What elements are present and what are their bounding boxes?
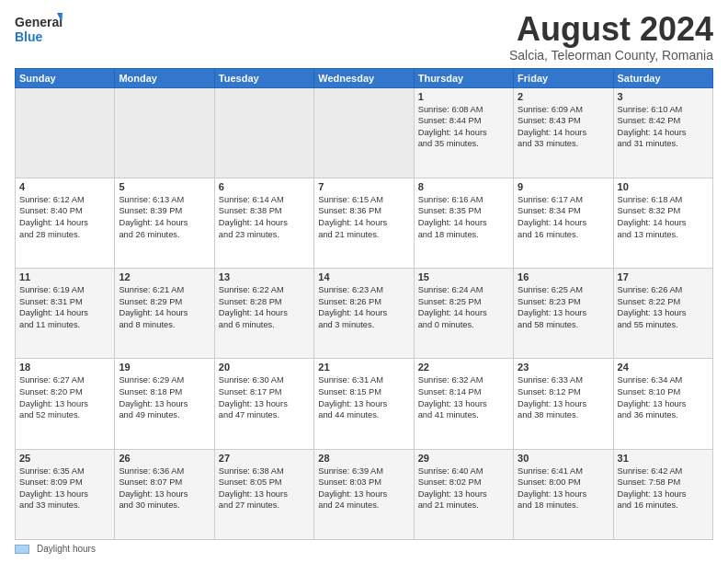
day-info: Sunrise: 6:24 AM Sunset: 8:25 PM Dayligh… [418, 284, 509, 330]
header: General Blue August 2024 Salcia, Teleorm… [15, 11, 713, 63]
day-info: Sunrise: 6:22 AM Sunset: 8:28 PM Dayligh… [219, 284, 310, 330]
day-number: 11 [19, 271, 110, 282]
day-number: 26 [119, 453, 210, 464]
calendar-cell: 2Sunrise: 6:09 AM Sunset: 8:43 PM Daylig… [514, 87, 613, 178]
calendar-cell: 31Sunrise: 6:42 AM Sunset: 7:58 PM Dayli… [613, 449, 712, 539]
day-info: Sunrise: 6:18 AM Sunset: 8:32 PM Dayligh… [618, 194, 709, 240]
col-saturday: Saturday [613, 68, 712, 87]
col-friday: Friday [514, 68, 613, 87]
calendar-cell: 7Sunrise: 6:15 AM Sunset: 8:36 PM Daylig… [314, 178, 414, 268]
day-info: Sunrise: 6:31 AM Sunset: 8:15 PM Dayligh… [318, 374, 409, 420]
col-monday: Monday [115, 68, 214, 87]
calendar-cell: 18Sunrise: 6:27 AM Sunset: 8:20 PM Dayli… [16, 359, 115, 449]
calendar-cell: 21Sunrise: 6:31 AM Sunset: 8:15 PM Dayli… [314, 359, 414, 449]
day-number: 1 [418, 91, 509, 102]
calendar-cell: 12Sunrise: 6:21 AM Sunset: 8:29 PM Dayli… [115, 269, 214, 359]
page: General Blue August 2024 Salcia, Teleorm… [0, 0, 728, 563]
day-number: 22 [418, 362, 509, 373]
col-thursday: Thursday [414, 68, 513, 87]
day-info: Sunrise: 6:17 AM Sunset: 8:34 PM Dayligh… [518, 194, 609, 240]
calendar-cell: 16Sunrise: 6:25 AM Sunset: 8:23 PM Dayli… [514, 269, 613, 359]
calendar-cell [314, 87, 414, 178]
day-number: 13 [219, 271, 310, 282]
calendar-cell: 30Sunrise: 6:41 AM Sunset: 8:00 PM Dayli… [514, 449, 613, 539]
calendar-cell: 24Sunrise: 6:34 AM Sunset: 8:10 PM Dayli… [613, 359, 712, 449]
calendar-cell: 27Sunrise: 6:38 AM Sunset: 8:05 PM Dayli… [214, 449, 313, 539]
calendar-cell: 23Sunrise: 6:33 AM Sunset: 8:12 PM Dayli… [514, 359, 613, 449]
day-number: 14 [318, 271, 409, 282]
day-info: Sunrise: 6:34 AM Sunset: 8:10 PM Dayligh… [618, 374, 709, 420]
calendar-cell: 20Sunrise: 6:30 AM Sunset: 8:17 PM Dayli… [214, 359, 313, 449]
calendar-row: 4Sunrise: 6:12 AM Sunset: 8:40 PM Daylig… [16, 178, 713, 268]
day-info: Sunrise: 6:08 AM Sunset: 8:44 PM Dayligh… [418, 104, 509, 150]
day-number: 10 [618, 181, 709, 192]
day-number: 2 [518, 91, 609, 102]
calendar-cell: 10Sunrise: 6:18 AM Sunset: 8:32 PM Dayli… [613, 178, 712, 268]
calendar-cell: 11Sunrise: 6:19 AM Sunset: 8:31 PM Dayli… [16, 269, 115, 359]
day-info: Sunrise: 6:27 AM Sunset: 8:20 PM Dayligh… [19, 374, 110, 420]
day-info: Sunrise: 6:38 AM Sunset: 8:05 PM Dayligh… [219, 465, 310, 511]
day-number: 31 [618, 453, 709, 464]
day-number: 27 [219, 453, 310, 464]
calendar-cell: 3Sunrise: 6:10 AM Sunset: 8:42 PM Daylig… [613, 87, 712, 178]
day-info: Sunrise: 6:16 AM Sunset: 8:35 PM Dayligh… [418, 194, 509, 240]
calendar-row: 18Sunrise: 6:27 AM Sunset: 8:20 PM Dayli… [16, 359, 713, 449]
day-info: Sunrise: 6:35 AM Sunset: 8:09 PM Dayligh… [19, 465, 110, 511]
calendar-cell: 4Sunrise: 6:12 AM Sunset: 8:40 PM Daylig… [16, 178, 115, 268]
calendar-row: 11Sunrise: 6:19 AM Sunset: 8:31 PM Dayli… [16, 269, 713, 359]
day-info: Sunrise: 6:10 AM Sunset: 8:42 PM Dayligh… [618, 104, 709, 150]
calendar-cell: 5Sunrise: 6:13 AM Sunset: 8:39 PM Daylig… [115, 178, 214, 268]
svg-text:General: General [15, 15, 63, 29]
logo: General Blue [15, 11, 63, 48]
day-number: 21 [318, 362, 409, 373]
day-number: 18 [19, 362, 110, 373]
calendar-cell: 25Sunrise: 6:35 AM Sunset: 8:09 PM Dayli… [16, 449, 115, 539]
logo-svg: General Blue [15, 11, 63, 48]
calendar-cell: 29Sunrise: 6:40 AM Sunset: 8:02 PM Dayli… [414, 449, 513, 539]
day-info: Sunrise: 6:12 AM Sunset: 8:40 PM Dayligh… [19, 194, 110, 240]
day-number: 28 [318, 453, 409, 464]
day-info: Sunrise: 6:36 AM Sunset: 8:07 PM Dayligh… [119, 465, 210, 511]
day-info: Sunrise: 6:19 AM Sunset: 8:31 PM Dayligh… [19, 284, 110, 330]
calendar-cell: 1Sunrise: 6:08 AM Sunset: 8:44 PM Daylig… [414, 87, 513, 178]
day-number: 16 [518, 271, 609, 282]
day-number: 5 [119, 181, 210, 192]
calendar-cell [214, 87, 313, 178]
svg-text:Blue: Blue [15, 29, 43, 44]
day-number: 7 [318, 181, 409, 192]
day-info: Sunrise: 6:15 AM Sunset: 8:36 PM Dayligh… [318, 194, 409, 240]
day-number: 23 [518, 362, 609, 373]
day-info: Sunrise: 6:26 AM Sunset: 8:22 PM Dayligh… [618, 284, 709, 330]
day-info: Sunrise: 6:29 AM Sunset: 8:18 PM Dayligh… [119, 374, 210, 420]
day-info: Sunrise: 6:25 AM Sunset: 8:23 PM Dayligh… [518, 284, 609, 330]
legend-label: Daylight hours [37, 544, 96, 554]
calendar-table: Sunday Monday Tuesday Wednesday Thursday… [15, 68, 713, 540]
day-number: 19 [119, 362, 210, 373]
day-number: 4 [19, 181, 110, 192]
title-block: August 2024 Salcia, Teleorman County, Ro… [509, 11, 713, 63]
calendar-cell: 19Sunrise: 6:29 AM Sunset: 8:18 PM Dayli… [115, 359, 214, 449]
day-number: 15 [418, 271, 509, 282]
calendar-cell: 13Sunrise: 6:22 AM Sunset: 8:28 PM Dayli… [214, 269, 313, 359]
calendar-cell [16, 87, 115, 178]
calendar-cell: 15Sunrise: 6:24 AM Sunset: 8:25 PM Dayli… [414, 269, 513, 359]
day-number: 9 [518, 181, 609, 192]
calendar-cell: 8Sunrise: 6:16 AM Sunset: 8:35 PM Daylig… [414, 178, 513, 268]
header-row: Sunday Monday Tuesday Wednesday Thursday… [16, 68, 713, 87]
location-subtitle: Salcia, Teleorman County, Romania [509, 48, 713, 63]
calendar-cell: 28Sunrise: 6:39 AM Sunset: 8:03 PM Dayli… [314, 449, 414, 539]
calendar-cell: 17Sunrise: 6:26 AM Sunset: 8:22 PM Dayli… [613, 269, 712, 359]
col-wednesday: Wednesday [314, 68, 414, 87]
day-number: 25 [19, 453, 110, 464]
month-title: August 2024 [509, 11, 713, 48]
footer: Daylight hours [15, 544, 713, 554]
calendar-row: 1Sunrise: 6:08 AM Sunset: 8:44 PM Daylig… [16, 87, 713, 178]
day-info: Sunrise: 6:40 AM Sunset: 8:02 PM Dayligh… [418, 465, 509, 511]
calendar-cell: 14Sunrise: 6:23 AM Sunset: 8:26 PM Dayli… [314, 269, 414, 359]
day-number: 8 [418, 181, 509, 192]
day-number: 12 [119, 271, 210, 282]
calendar-cell: 6Sunrise: 6:14 AM Sunset: 8:38 PM Daylig… [214, 178, 313, 268]
legend-box [15, 545, 29, 554]
calendar-row: 25Sunrise: 6:35 AM Sunset: 8:09 PM Dayli… [16, 449, 713, 539]
calendar-cell: 22Sunrise: 6:32 AM Sunset: 8:14 PM Dayli… [414, 359, 513, 449]
